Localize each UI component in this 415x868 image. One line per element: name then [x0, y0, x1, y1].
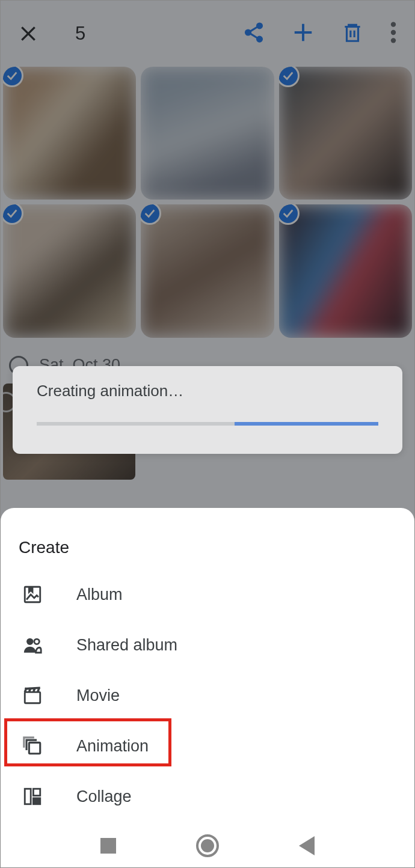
- progress-fill: [235, 422, 378, 426]
- svg-rect-13: [33, 798, 40, 804]
- svg-rect-9: [25, 692, 40, 703]
- animation-icon: [22, 736, 43, 756]
- back-button[interactable]: [299, 836, 315, 855]
- progress-toast: Creating animation…: [13, 366, 402, 454]
- svg-rect-12: [33, 789, 40, 795]
- shared-album-icon: [22, 635, 43, 655]
- create-shared-album-item[interactable]: Shared album: [1, 620, 414, 670]
- menu-label: Movie: [76, 686, 120, 705]
- menu-label: Shared album: [76, 636, 177, 655]
- menu-label: Animation: [76, 737, 149, 756]
- toast-message: Creating animation…: [37, 382, 378, 400]
- create-collage-item[interactable]: Collage: [1, 771, 414, 822]
- album-icon: [22, 584, 43, 605]
- create-album-item[interactable]: Album: [1, 569, 414, 620]
- sheet-title: Create: [1, 538, 414, 569]
- svg-rect-11: [25, 789, 31, 804]
- svg-rect-10: [29, 742, 40, 753]
- menu-label: Collage: [76, 787, 132, 806]
- recent-apps-button[interactable]: [100, 838, 116, 854]
- svg-point-8: [34, 639, 40, 644]
- menu-label: Album: [76, 585, 123, 604]
- create-movie-item[interactable]: Movie: [1, 670, 414, 721]
- collage-icon: [22, 786, 43, 807]
- create-bottom-sheet: Create Album Shared album Movie Animatio…: [1, 508, 414, 867]
- create-animation-item[interactable]: Animation: [1, 721, 414, 771]
- svg-point-7: [26, 638, 33, 645]
- android-nav-bar: [1, 824, 414, 867]
- progress-bar: [37, 422, 378, 426]
- movie-icon: [22, 685, 43, 706]
- home-button[interactable]: [196, 834, 219, 857]
